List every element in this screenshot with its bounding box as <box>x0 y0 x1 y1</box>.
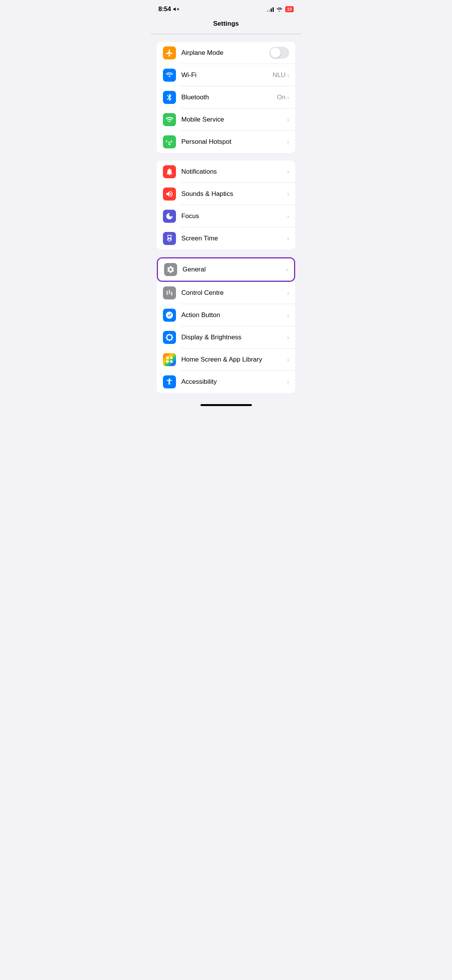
personal-hotspot-chevron: › <box>287 138 289 145</box>
settings-item-personal-hotspot[interactable]: Personal Hotspot › <box>157 131 295 153</box>
status-icons: 13 <box>267 6 294 12</box>
bell-icon <box>165 168 174 176</box>
settings-item-action-button[interactable]: Action Button › <box>157 304 295 326</box>
action-button-label: Action Button <box>181 311 287 319</box>
airplane-mode-label: Airplane Mode <box>181 49 270 57</box>
settings-item-wifi[interactable]: Wi-Fi NLU › <box>157 64 295 86</box>
sounds-icon-bg <box>163 187 176 201</box>
accessibility-icon <box>165 378 174 386</box>
hotspot-icon <box>165 138 174 146</box>
display-brightness-chevron: › <box>287 334 289 340</box>
settings-item-focus[interactable]: Focus › <box>157 205 295 227</box>
action-button-chevron: › <box>287 312 289 318</box>
mobile-service-chevron: › <box>287 116 289 123</box>
sliders-icon <box>165 289 174 297</box>
screen-time-chevron: › <box>287 235 289 242</box>
screen-time-icon-bg <box>163 232 176 245</box>
page-title: Settings <box>151 16 301 34</box>
wifi-icon-bg <box>163 69 176 82</box>
gear-icon <box>166 265 175 274</box>
home-screen-chevron: › <box>287 356 289 363</box>
wifi-chevron: › <box>287 72 289 78</box>
control-centre-label: Control Centre <box>181 289 287 297</box>
action-icon <box>165 311 174 319</box>
airplane-icon <box>165 49 174 57</box>
settings-item-control-centre[interactable]: Control Centre › <box>157 282 295 304</box>
signal-icon <box>165 115 174 124</box>
bluetooth-icon <box>165 93 174 102</box>
control-centre-icon-bg <box>163 286 176 299</box>
status-bar: 8:54 13 <box>151 0 301 16</box>
mute-icon <box>173 6 179 12</box>
accessibility-chevron: › <box>287 378 289 385</box>
svg-point-6 <box>169 291 171 293</box>
personal-hotspot-label: Personal Hotspot <box>181 138 287 146</box>
notifications-chevron: › <box>287 168 289 175</box>
svg-point-7 <box>171 294 173 296</box>
settings-item-accessibility[interactable]: Accessibility › <box>157 371 295 393</box>
control-centre-chevron: › <box>287 289 289 296</box>
general-icon-bg <box>164 263 177 276</box>
general-label: General <box>182 266 286 273</box>
svg-point-5 <box>166 293 168 295</box>
moon-icon <box>165 212 174 220</box>
mobile-service-icon-bg <box>163 113 176 126</box>
focus-icon-bg <box>163 210 176 223</box>
airplane-mode-icon-bg <box>163 46 176 59</box>
svg-point-13 <box>169 378 170 380</box>
bluetooth-value: On <box>277 94 286 101</box>
settings-item-general[interactable]: General › <box>158 258 294 281</box>
general-chevron: › <box>286 266 288 273</box>
mobile-service-label: Mobile Service <box>181 116 287 123</box>
notifications-label: Notifications <box>181 168 287 176</box>
settings-item-notifications[interactable]: Notifications › <box>157 161 295 183</box>
homescreen-icon <box>165 355 174 364</box>
svg-rect-9 <box>170 356 173 358</box>
status-time: 8:54 <box>158 5 179 13</box>
home-screen-label: Home Screen & App Library <box>181 356 287 363</box>
svg-rect-8 <box>166 356 169 358</box>
general-section-container: General › <box>157 257 295 282</box>
hourglass-icon <box>165 234 174 243</box>
speaker-icon <box>165 190 174 198</box>
settings-item-airplane-mode[interactable]: Airplane Mode <box>157 42 295 64</box>
hotspot-icon-bg <box>163 135 176 148</box>
brightness-icon <box>165 333 174 342</box>
title-divider <box>151 34 301 34</box>
bluetooth-label: Bluetooth <box>181 94 277 101</box>
toggle-knob <box>270 48 281 58</box>
home-indicator <box>201 404 252 406</box>
display-brightness-label: Display & Brightness <box>181 334 287 341</box>
notifications-icon-bg <box>163 165 176 178</box>
bluetooth-icon-bg <box>163 91 176 104</box>
settings-item-sounds-haptics[interactable]: Sounds & Haptics › <box>157 183 295 205</box>
sounds-haptics-label: Sounds & Haptics <box>181 190 287 198</box>
bluetooth-chevron: › <box>287 94 289 100</box>
general-sub-group: Control Centre › Action Button › Display… <box>157 282 295 393</box>
display-icon-bg <box>163 331 176 344</box>
connectivity-group: Airplane Mode Wi-Fi NLU › Bluetooth On › <box>157 42 295 153</box>
sounds-haptics-chevron: › <box>287 191 289 197</box>
battery-indicator: 13 <box>285 6 294 12</box>
home-indicator-container <box>151 401 301 412</box>
settings-item-bluetooth[interactable]: Bluetooth On › <box>157 86 295 109</box>
settings-item-home-screen[interactable]: Home Screen & App Library › <box>157 349 295 371</box>
action-button-icon-bg <box>163 309 176 322</box>
focus-label: Focus <box>181 212 287 220</box>
settings-item-display-brightness[interactable]: Display & Brightness › <box>157 326 295 349</box>
settings-item-mobile-service[interactable]: Mobile Service › <box>157 109 295 131</box>
wifi-value: NLU <box>273 71 286 79</box>
notifications-group: Notifications › Sounds & Haptics › Focus… <box>157 161 295 250</box>
screen-time-label: Screen Time <box>181 235 287 242</box>
wifi-icon <box>165 71 174 79</box>
airplane-mode-toggle[interactable] <box>270 47 289 59</box>
wifi-status-icon <box>276 7 283 12</box>
home-screen-icon-bg <box>163 353 176 366</box>
signal-bars-icon <box>267 7 274 12</box>
accessibility-label: Accessibility <box>181 378 287 386</box>
accessibility-icon-bg <box>163 375 176 388</box>
wifi-label: Wi-Fi <box>181 71 273 79</box>
settings-item-screen-time[interactable]: Screen Time › <box>157 227 295 250</box>
svg-rect-11 <box>170 360 173 362</box>
focus-chevron: › <box>287 213 289 219</box>
